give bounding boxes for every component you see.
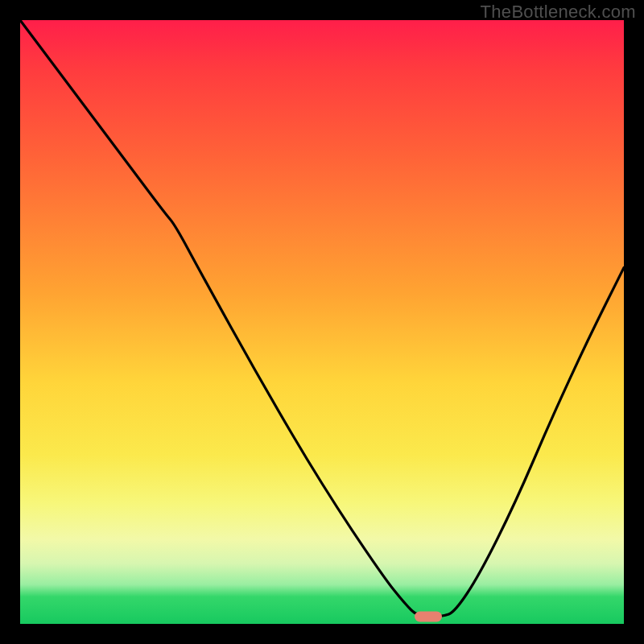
curve-svg (20, 20, 624, 624)
watermark-text: TheBottleneck.com (481, 2, 636, 23)
optimal-point-marker (415, 612, 442, 622)
bottleneck-curve (20, 20, 624, 617)
plot-area (20, 20, 624, 624)
chart-stage: TheBottleneck.com (0, 0, 644, 644)
